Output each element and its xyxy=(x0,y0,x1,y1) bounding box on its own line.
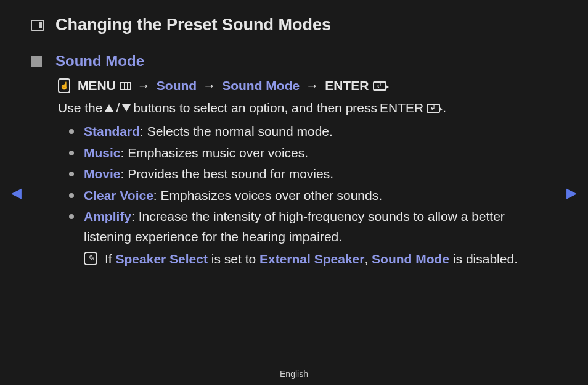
option-desc: : Emphasizes voices over other sounds. xyxy=(153,188,382,202)
footer-language: English xyxy=(0,369,588,379)
option-name: Amplify xyxy=(84,209,131,223)
note-external-speaker: External Speaker xyxy=(259,252,364,266)
list-item: Amplify: Increase the intensity of high-… xyxy=(69,207,551,270)
remote-hand-icon: ☝ xyxy=(58,78,70,93)
option-name: Clear Voice xyxy=(84,188,153,202)
menu-grid-icon xyxy=(120,82,131,90)
instruction-enter: ENTER xyxy=(380,101,423,115)
page-title-row: Changing the Preset Sound Modes xyxy=(31,15,557,35)
list-item: Music: Emphasizes music over voices. xyxy=(69,143,551,164)
instruction-pre: Use the xyxy=(58,101,102,115)
option-desc: : Increase the intensity of high-frequen… xyxy=(84,209,505,244)
option-name: Music xyxy=(84,146,121,160)
note-text: If Speaker Select is set to External Spe… xyxy=(105,249,518,270)
option-name: Standard xyxy=(84,124,140,138)
down-arrow-icon xyxy=(122,104,131,112)
section-title: Sound Mode xyxy=(55,52,144,70)
instruction-line: Use the / buttons to select an option, a… xyxy=(58,101,551,115)
note-pre: If xyxy=(105,252,116,266)
option-desc: : Provides the best sound for movies. xyxy=(121,167,334,181)
arrow-icon: → xyxy=(303,78,321,93)
manual-page: Changing the Preset Sound Modes Sound Mo… xyxy=(0,0,588,385)
options-list: Standard: Selects the normal sound mode.… xyxy=(69,122,551,270)
option-desc: : Selects the normal sound mode. xyxy=(140,124,333,138)
note-speaker-select: Speaker Select xyxy=(116,252,208,266)
page-title: Changing the Preset Sound Modes xyxy=(55,15,331,35)
list-item: Standard: Selects the normal sound mode. xyxy=(69,122,551,142)
up-arrow-icon xyxy=(105,104,113,112)
note-line: ✎ If Speaker Select is set to External S… xyxy=(84,249,551,270)
arrow-icon: → xyxy=(135,78,153,93)
slash: / xyxy=(116,101,120,115)
square-bullet-icon xyxy=(31,56,42,67)
next-page-button[interactable]: ▶ xyxy=(566,185,577,201)
menu-path: ☝ MENU → Sound → Sound Mode → ENTER xyxy=(58,78,551,93)
enter-icon xyxy=(373,81,386,91)
note-mid2: , xyxy=(364,252,372,266)
arrow-icon: → xyxy=(200,78,218,93)
list-item: Clear Voice: Emphasizes voices over othe… xyxy=(69,186,551,206)
option-desc: : Emphasizes music over voices. xyxy=(121,146,309,160)
instruction-post: . xyxy=(443,101,446,115)
note-mid1: is set to xyxy=(208,252,259,266)
enter-icon xyxy=(427,104,440,113)
prev-page-button[interactable]: ◀ xyxy=(11,185,22,201)
section-header: Sound Mode xyxy=(31,52,551,70)
section: Sound Mode ☝ MENU → Sound → Sound Mode →… xyxy=(31,52,551,271)
note-sound-mode: Sound Mode xyxy=(372,252,449,266)
book-icon xyxy=(31,20,44,31)
option-name: Movie xyxy=(84,167,121,181)
note-icon: ✎ xyxy=(84,252,97,265)
nav-sound: Sound xyxy=(157,78,197,93)
enter-label: ENTER xyxy=(325,78,369,93)
menu-label: MENU xyxy=(78,78,116,93)
nav-sound-mode: Sound Mode xyxy=(222,78,300,93)
instruction-mid: buttons to select an option, and then pr… xyxy=(133,101,377,115)
note-post: is disabled. xyxy=(449,252,518,266)
list-item: Movie: Provides the best sound for movie… xyxy=(69,164,551,184)
